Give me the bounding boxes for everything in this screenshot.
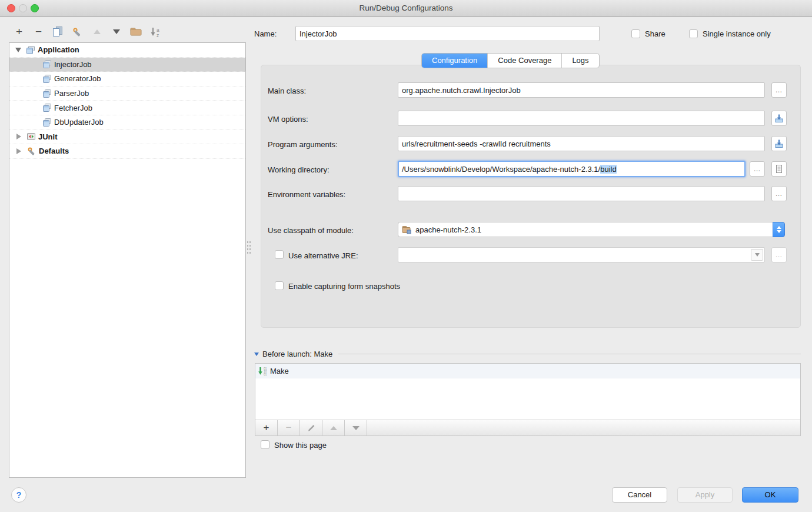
application-icon bbox=[42, 118, 52, 127]
ellipsis-icon: … bbox=[754, 165, 761, 173]
dropdown-arrow-icon bbox=[751, 249, 763, 261]
wrench-icon bbox=[72, 26, 83, 38]
before-launch-toolbar: + − bbox=[255, 420, 801, 436]
minus-icon: − bbox=[286, 422, 292, 434]
make-icon: 01 10 01 bbox=[258, 366, 268, 376]
task-item-make[interactable]: 01 10 01 Make bbox=[255, 364, 800, 378]
remove-task-button: − bbox=[278, 420, 300, 435]
program-arguments-expand-button[interactable] bbox=[771, 136, 787, 151]
main-class-input[interactable] bbox=[398, 82, 765, 98]
tree-item-label: InjectorJob bbox=[54, 60, 92, 69]
move-task-up-button bbox=[322, 420, 345, 435]
alternative-jre-browse-button: … bbox=[771, 247, 787, 262]
junit-icon bbox=[26, 132, 36, 141]
tree-item-defaults[interactable]: Defaults bbox=[9, 144, 245, 159]
chevron-expanded-icon[interactable] bbox=[15, 48, 21, 52]
up-arrow-icon bbox=[330, 426, 337, 430]
working-directory-selected-text: build bbox=[600, 165, 616, 174]
name-label: Name: bbox=[254, 29, 277, 38]
tree-item-application[interactable]: Application bbox=[9, 43, 245, 58]
task-item-label: Make bbox=[270, 367, 289, 375]
main-class-label: Main class: bbox=[268, 87, 306, 95]
copy-configuration-button[interactable] bbox=[48, 24, 68, 39]
program-arguments-label: Program arguments: bbox=[268, 140, 338, 149]
folder-icon bbox=[130, 27, 142, 36]
show-this-page-checkbox[interactable] bbox=[261, 440, 269, 449]
application-icon bbox=[42, 59, 52, 69]
edit-task-button bbox=[300, 420, 322, 435]
module-select[interactable]: apache-nutch-2.3.1 bbox=[398, 222, 785, 237]
tree-item-generatorjob[interactable]: GeneratorJob bbox=[9, 72, 245, 87]
tree-item-label: DbUpdaterJob bbox=[54, 118, 104, 127]
svg-text:01: 01 bbox=[264, 373, 267, 375]
configurations-toolbar: + − a z bbox=[9, 24, 165, 40]
application-icon bbox=[42, 103, 52, 112]
working-directory-browse-button[interactable]: … bbox=[750, 161, 765, 177]
working-directory-macros-button[interactable] bbox=[771, 161, 787, 177]
chevron-collapsed-icon[interactable] bbox=[16, 134, 21, 139]
tab-code-coverage[interactable]: Code Coverage bbox=[487, 54, 561, 68]
window-title: Run/Debug Configurations bbox=[0, 0, 812, 17]
splitter-handle[interactable] bbox=[247, 241, 251, 254]
collapse-section-icon[interactable] bbox=[254, 353, 259, 356]
add-configuration-button[interactable]: + bbox=[9, 24, 29, 39]
dropdown-stepper-icon[interactable] bbox=[773, 222, 785, 237]
help-button[interactable]: ? bbox=[11, 487, 26, 503]
main-class-browse-button[interactable]: … bbox=[771, 82, 787, 98]
alternative-jre-checkbox[interactable] bbox=[275, 250, 284, 259]
chevron-collapsed-icon[interactable] bbox=[16, 148, 21, 154]
plus-icon: + bbox=[16, 25, 22, 38]
edit-defaults-button[interactable] bbox=[68, 24, 87, 39]
before-launch-title: Before launch: Make bbox=[262, 350, 332, 358]
form-snapshots-checkbox[interactable] bbox=[275, 281, 284, 290]
sort-configurations-button[interactable]: a z bbox=[145, 24, 165, 39]
run-debug-configurations-dialog: Run/Debug Configurations + − a bbox=[0, 0, 812, 512]
share-checkbox[interactable] bbox=[631, 29, 640, 38]
svg-text:z: z bbox=[157, 32, 159, 38]
alternative-jre-label: Use alternative JRE: bbox=[288, 251, 358, 260]
name-input[interactable] bbox=[295, 26, 600, 41]
share-label: Share bbox=[645, 29, 665, 38]
copy-icon bbox=[53, 26, 64, 37]
tree-item-junit[interactable]: JUnit bbox=[9, 130, 245, 145]
move-down-button[interactable] bbox=[107, 24, 126, 39]
vm-options-label: VM options: bbox=[268, 115, 308, 124]
ok-button[interactable]: OK bbox=[742, 487, 798, 503]
working-directory-input[interactable]: /Users/snowblink/Develop/Workspace/apach… bbox=[398, 161, 746, 177]
tree-item-label: JUnit bbox=[38, 132, 58, 141]
environment-variables-input[interactable] bbox=[398, 186, 765, 201]
vm-options-expand-button[interactable] bbox=[771, 111, 787, 126]
move-task-down-button bbox=[345, 420, 367, 435]
module-icon bbox=[402, 225, 412, 234]
up-arrow-icon bbox=[94, 29, 101, 34]
tree-item-label: ParserJob bbox=[54, 89, 89, 98]
program-arguments-input[interactable] bbox=[398, 136, 765, 151]
tree-item-label: Defaults bbox=[39, 147, 69, 155]
remove-configuration-button[interactable]: − bbox=[29, 24, 48, 39]
sort-az-icon: a z bbox=[149, 26, 161, 38]
tree-item-dbupdaterjob[interactable]: DbUpdaterJob bbox=[9, 115, 245, 130]
apply-button: Apply bbox=[677, 487, 733, 503]
application-icon bbox=[26, 45, 35, 55]
application-icon bbox=[42, 74, 52, 84]
add-task-button[interactable]: + bbox=[255, 420, 278, 435]
cancel-button[interactable]: Cancel bbox=[612, 487, 667, 503]
new-folder-button[interactable] bbox=[126, 24, 145, 39]
alternative-jre-select bbox=[398, 247, 765, 262]
before-launch-task-list: 01 10 01 Make bbox=[255, 363, 801, 420]
tree-item-label: GeneratorJob bbox=[54, 74, 101, 83]
working-directory-label: Working directory: bbox=[268, 165, 330, 174]
tree-item-injectorjob[interactable]: InjectorJob bbox=[9, 58, 245, 72]
tab-configuration[interactable]: Configuration bbox=[422, 54, 487, 68]
move-up-button bbox=[87, 24, 107, 39]
tab-logs[interactable]: Logs bbox=[561, 54, 598, 68]
ellipsis-icon: … bbox=[776, 189, 783, 198]
tree-item-parserjob[interactable]: ParserJob bbox=[9, 87, 245, 101]
application-icon bbox=[42, 89, 52, 98]
environment-variables-browse-button[interactable]: … bbox=[771, 186, 787, 201]
minus-icon: − bbox=[35, 25, 42, 38]
single-instance-checkbox[interactable] bbox=[689, 29, 698, 38]
tree-item-fetcherjob[interactable]: FetcherJob bbox=[9, 101, 245, 115]
vm-options-input[interactable] bbox=[398, 111, 765, 126]
environment-variables-label: Environment variables: bbox=[268, 190, 345, 199]
